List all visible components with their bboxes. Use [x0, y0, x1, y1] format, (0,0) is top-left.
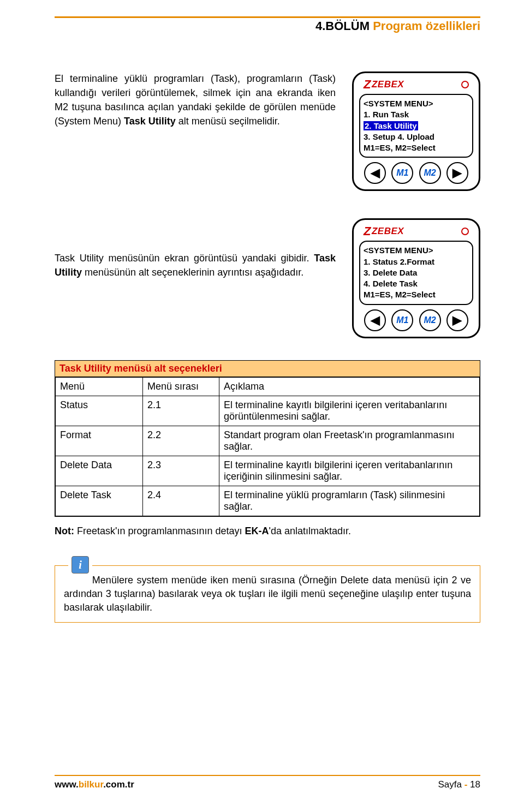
page-number: 18	[470, 779, 480, 790]
screen1-line1: 1. Run Task	[364, 109, 469, 120]
table-row: Status 2.1 El terminaline kayıtlı bilgil…	[56, 396, 480, 426]
cell-desc: El terminaline kayıtlı bilgilerini içere…	[219, 456, 480, 486]
para2-pre: Task Utility menüsünün ekran görüntüsü y…	[55, 253, 314, 264]
triangle-right-icon: ▶	[452, 166, 462, 180]
note-label: Not:	[55, 526, 74, 536]
note-bold: EK-A	[245, 526, 269, 536]
note-text: Freetask'ın programlanmasının detayı	[74, 526, 245, 536]
device-header: ZZEBEX	[359, 77, 473, 94]
screen1-line4: M1=ES, M2=Select	[364, 142, 469, 153]
led-icon	[461, 228, 469, 235]
screen2-line3: 4. Delete Task	[364, 278, 469, 289]
info-box: i Menülere system menüde iken menü sıras…	[55, 565, 480, 623]
cell-menu: Status	[56, 396, 143, 426]
chapter-name: Program özellikleri	[373, 19, 480, 33]
device-button-row: ◀ M1 M2 ▶	[359, 309, 473, 331]
cell-sira: 2.3	[143, 456, 219, 486]
para1-post: alt menüsü seçilmelidir.	[176, 116, 280, 127]
screen1-line3: 3. Setup 4. Upload	[364, 132, 469, 142]
chapter-number: 4.BÖLÜM	[315, 19, 373, 33]
paragraph-1: El terminaline yüklü programları (Task),…	[55, 71, 336, 128]
cell-menu: Delete Task	[56, 486, 143, 516]
cell-sira: 2.4	[143, 486, 219, 516]
table-header-row: Menü Menü sırası Açıklama	[56, 377, 480, 396]
table-row: Delete Data 2.3 El terminaline kayıtlı b…	[56, 456, 480, 486]
page-label: Sayfa	[438, 779, 464, 790]
footer-row: www.bilkur.com.tr Sayfa - 18	[55, 779, 480, 790]
footer-rule	[55, 775, 480, 776]
para2-post: menüsünün alt seçeneklerinin ayrıntısı a…	[82, 267, 303, 278]
header-rule	[55, 16, 480, 18]
logo-text: ZEBEX	[372, 79, 404, 90]
info-content: Menülere system menüde iken menü sırasın…	[64, 575, 471, 613]
screen1-line2-highlighted: 2. Task Utility	[364, 121, 418, 130]
cell-desc: El terminaline yüklü programların (Task)…	[219, 486, 480, 516]
page-dash: -	[465, 779, 470, 790]
device-frame: ZZEBEX <SYSTEM MENU> 1. Status 2.Format …	[352, 218, 480, 338]
triangle-left-icon: ◀	[371, 166, 380, 180]
info-icon-wrap: i	[68, 556, 92, 574]
table-title: Task Utility menüsü alt seçenekleri	[55, 361, 480, 377]
page-footer: www.bilkur.com.tr Sayfa - 18	[55, 775, 480, 790]
options-table: Menü Menü sırası Açıklama Status 2.1 El …	[55, 377, 480, 516]
device-screen-1: <SYSTEM MENU> 1. Run Task 2. Task Utilit…	[359, 94, 473, 158]
cell-sira: 2.2	[143, 426, 219, 456]
cell-sira: 2.1	[143, 396, 219, 426]
chapter-title: 4.BÖLÜM Program özellikleri	[55, 19, 480, 33]
cell-menu: Delete Data	[56, 456, 143, 486]
m2-button: M2	[419, 162, 441, 184]
left-arrow-button: ◀	[364, 309, 386, 331]
device-screen-2: <SYSTEM MENU> 1. Status 2.Format 3. Dele…	[359, 241, 473, 304]
note-post: 'da anlatılmaktadır.	[269, 526, 352, 536]
footer-page: Sayfa - 18	[438, 779, 480, 790]
info-text: Menülere system menüde iken menü sırasın…	[64, 566, 471, 615]
screen2-line4: M1=ES, M2=Select	[364, 289, 469, 300]
screen2-line1: 1. Status 2.Format	[364, 256, 469, 267]
triangle-left-icon: ◀	[371, 313, 380, 327]
m2-button: M2	[419, 309, 441, 331]
info-icon: i	[72, 556, 89, 574]
zebex-logo: ZZEBEX	[364, 77, 404, 92]
left-arrow-button: ◀	[364, 162, 386, 184]
screen2-title: <SYSTEM MENU>	[364, 245, 469, 256]
device-header: ZZEBEX	[359, 224, 473, 241]
url-domain: bilkur	[79, 779, 103, 790]
triangle-right-icon: ▶	[452, 313, 462, 327]
right-arrow-button: ▶	[446, 309, 468, 331]
th-menu: Menü	[56, 377, 143, 396]
paragraph-2: Task Utility menüsünün ekran görüntüsü y…	[55, 218, 336, 279]
device-frame: ZZEBEX <SYSTEM MENU> 1. Run Task 2. Task…	[352, 71, 480, 191]
right-arrow-button: ▶	[446, 162, 468, 184]
m1-button: M1	[391, 162, 413, 184]
device-screenshot-2: ZZEBEX <SYSTEM MENU> 1. Status 2.Format …	[352, 218, 480, 338]
th-sira: Menü sırası	[143, 377, 219, 396]
footer-url: www.bilkur.com.tr	[55, 779, 134, 790]
cell-desc: Standart program olan Freetask'ın progra…	[219, 426, 480, 456]
table-row: Format 2.2 Standart program olan Freetas…	[56, 426, 480, 456]
cell-menu: Format	[56, 426, 143, 456]
screen1-title: <SYSTEM MENU>	[364, 98, 469, 109]
note-paragraph: Not: Freetask'ın programlanmasının detay…	[55, 524, 480, 538]
url-prefix: www.	[55, 779, 79, 790]
led-icon	[461, 81, 469, 88]
options-table-wrap: Task Utility menüsü alt seçenekleri Menü…	[55, 360, 480, 517]
screen2-line2: 3. Delete Data	[364, 267, 469, 278]
cell-desc: El terminaline kayıtlı bilgilerini içere…	[219, 396, 480, 426]
url-suffix: .com.tr	[103, 779, 134, 790]
logo-text: ZEBEX	[372, 226, 404, 237]
section-2: Task Utility menüsünün ekran görüntüsü y…	[55, 218, 480, 338]
th-desc: Açıklama	[219, 377, 480, 396]
table-row: Delete Task 2.4 El terminaline yüklü pro…	[56, 486, 480, 516]
section-1: El terminaline yüklü programları (Task),…	[55, 71, 480, 191]
zebex-logo: ZZEBEX	[364, 224, 404, 238]
m1-button: M1	[391, 309, 413, 331]
device-screenshot-1: ZZEBEX <SYSTEM MENU> 1. Run Task 2. Task…	[352, 71, 480, 191]
device-button-row: ◀ M1 M2 ▶	[359, 162, 473, 184]
para1-bold: Task Utility	[124, 116, 176, 127]
